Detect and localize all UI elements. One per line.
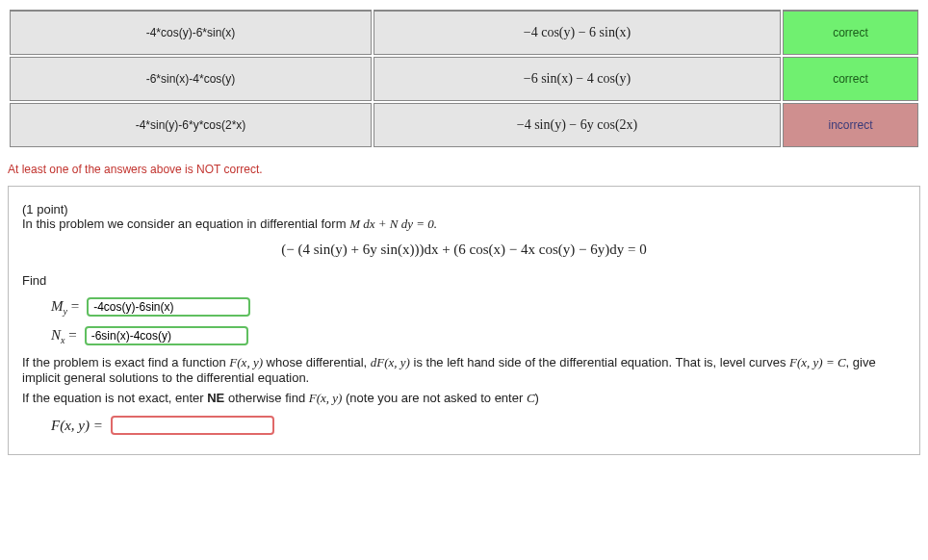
points-label: (1 point) xyxy=(22,202,68,216)
main-equation: (− (4 sin(y) + 6y sin(x)))dx + (6 cos(x)… xyxy=(22,242,906,258)
status-cell: incorrect xyxy=(783,103,918,147)
my-row: My = xyxy=(51,297,906,317)
preview-cell: −6 sin(x) − 4 cos(y) xyxy=(374,57,781,101)
nx-input[interactable] xyxy=(85,326,248,345)
entered-cell: -4*cos(y)-6*sin(x) xyxy=(10,10,372,55)
intro-text: In this problem we consider an equation … xyxy=(22,216,349,231)
find-label: Find xyxy=(22,273,906,288)
table-row: -6*sin(x)-4*cos(y)−6 sin(x) − 4 cos(y)co… xyxy=(10,57,918,101)
fxy-input[interactable] xyxy=(111,416,274,435)
preview-cell: −4 cos(y) − 6 sin(x) xyxy=(374,10,781,55)
warning-text: At least one of the answers above is NOT… xyxy=(8,163,920,176)
intro-math: M dx + N dy = 0. xyxy=(349,216,437,231)
nx-row: Nx = xyxy=(51,326,906,345)
table-row: -4*sin(y)-6*y*cos(2*x)−4 sin(y) − 6y cos… xyxy=(10,103,918,147)
status-cell: correct xyxy=(783,10,918,55)
fxy-row: F(x, y) = xyxy=(51,416,906,435)
preview-cell: −4 sin(y) − 6y cos(2x) xyxy=(374,103,781,147)
fxy-label: F(x, y) = xyxy=(51,418,103,434)
table-row: -4*cos(y)-6*sin(x)−4 cos(y) − 6 sin(x)co… xyxy=(10,10,918,55)
para-exact: If the problem is exact find a function … xyxy=(22,355,906,385)
my-label: My = xyxy=(51,298,79,317)
entered-cell: -6*sin(x)-4*cos(y) xyxy=(10,57,372,101)
para-ne: If the equation is not exact, enter NE o… xyxy=(22,391,906,406)
results-table: -4*cos(y)-6*sin(x)−4 cos(y) − 6 sin(x)co… xyxy=(8,8,920,149)
status-cell: correct xyxy=(783,57,918,101)
entered-cell: -4*sin(y)-6*y*cos(2*x) xyxy=(10,103,372,147)
nx-label: Nx = xyxy=(51,327,77,345)
problem-box: (1 point) In this problem we consider an… xyxy=(8,186,920,455)
my-input[interactable] xyxy=(87,297,250,317)
